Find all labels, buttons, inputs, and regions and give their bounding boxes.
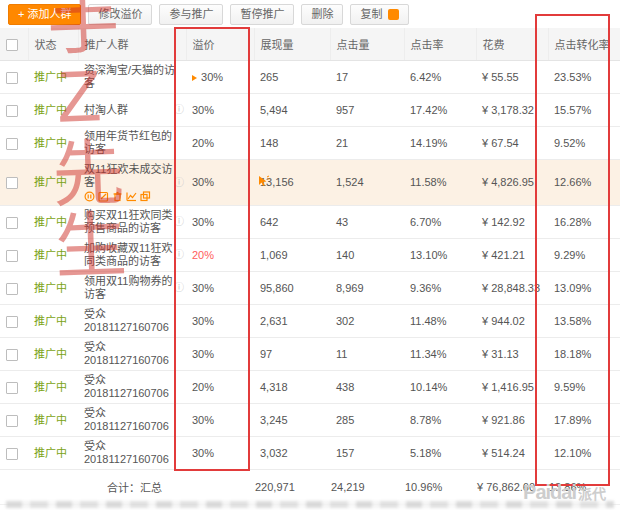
col-ctr: 点击率 [404,28,476,61]
clicks-value: 8,969 [330,272,404,305]
ctr-value: 10.14% [404,371,476,404]
premium-value[interactable]: 30% [192,348,214,360]
cost-value: ¥ 921.86 [476,404,548,437]
crowd-name: 村淘人群 [84,104,128,116]
table-row: 推广中 受众20181127160706 30% 3,032 157 5.18%… [0,437,620,470]
table-row: 推广中 受众20181127160706 30% 3,245 285 8.78%… [0,404,620,437]
premium-value[interactable]: 20% [192,249,214,261]
row-checkbox[interactable] [6,448,18,460]
info-icon[interactable]: ⓘ [174,178,184,188]
crowd-name: 受众20181127160706 [84,440,169,465]
info-icon[interactable]: ⓘ [174,250,184,260]
modify-premium-button[interactable]: 修改溢价 [88,4,152,25]
premium-value[interactable]: 30% [192,414,214,426]
ctr-value: 11.34% [404,338,476,371]
copy-button[interactable]: 复制 [350,4,409,25]
status-badge: 推广中 [34,315,67,327]
cost-value: ¥ 944.02 [476,305,548,338]
cvr-value: 23.53% [548,61,620,94]
info-icon[interactable]: ⓘ [174,283,184,293]
table-row: 推广中 购买双11狂欢同类预售商品的访客 ⓘ 30% 642 43 6.70% … [0,206,620,239]
impressions-value: 3,245 [254,404,330,437]
row-checkbox[interactable] [6,316,18,328]
premium-value[interactable]: 30% [192,315,214,327]
cost-value: ¥ 3,178.32 [476,94,548,127]
cvr-value: 13.09% [548,272,620,305]
status-badge: 推广中 [34,104,67,116]
cvr-value: 17.89% [548,404,620,437]
impressions-value: 1,069 [254,239,330,272]
premium-value[interactable]: 30% [192,104,214,116]
clicks-value: 438 [330,371,404,404]
row-checkbox[interactable] [6,283,18,295]
delete-icon[interactable] [112,191,123,202]
row-checkbox[interactable] [6,415,18,427]
ctr-value: 14.19% [404,127,476,160]
delete-button[interactable]: 删除 [301,4,343,25]
col-clicks: 点击量 [330,28,404,61]
table-header-row: 状态 推广人群 溢价 展现量 点击量 点击率 花费 点击转化率 [0,28,620,61]
row-checkbox[interactable] [6,217,18,229]
edit-icon[interactable] [98,191,109,202]
cvr-value: 16.28% [548,206,620,239]
premium-value[interactable]: 30% [192,176,214,188]
cvr-value: 9.59% [548,371,620,404]
select-all-checkbox[interactable] [6,39,18,51]
cvr-value: 13.58% [548,305,620,338]
premium-value[interactable]: 30% [192,216,214,228]
impressions-value: 265 [254,61,330,94]
ctr-value: 9.36% [404,272,476,305]
row-checkbox[interactable] [6,250,18,262]
premium-value[interactable]: 30% [201,71,223,83]
ctr-value: 8.78% [404,404,476,437]
table-body: 推广中 资深淘宝/天猫的访客 30% 265 17 6.42% ¥ 55.55 … [0,61,620,470]
crowd-name: 加购收藏双11狂欢同类商品的访客 [84,242,172,267]
clicks-value: 1,524 [330,160,404,206]
pause-promotion-button[interactable]: 暂停推广 [230,4,294,25]
pause-icon[interactable] [84,191,95,202]
cursor-icon [257,175,270,191]
impressions-value: 642 [254,206,330,239]
add-crowd-button[interactable]: + 添加人群 [8,4,81,25]
premium-value[interactable]: 30% [192,447,214,459]
table-row: 推广中 加购收藏双11狂欢同类商品的访客 ⓘ 20% 1,069 140 13.… [0,239,620,272]
impressions-value: 2,631 [254,305,330,338]
chart-icon[interactable] [126,191,137,202]
crowd-name: 领用双11购物券的访客 [84,275,172,300]
ctr-value: 5.18% [404,437,476,470]
row-action-icons [84,191,180,202]
info-icon[interactable]: ⓘ [174,217,184,227]
impressions-value: 3,032 [254,437,330,470]
clicks-value: 157 [330,437,404,470]
table-row: 推广中 受众20181127160706 30% 2,631 302 11.48… [0,305,620,338]
row-checkbox[interactable] [6,382,18,394]
cost-value: ¥ 31.13 [476,338,548,371]
row-checkbox[interactable] [6,349,18,361]
toolbar: + 添加人群 修改溢价 参与推广 暂停推广 删除 复制 [0,0,620,28]
row-checkbox[interactable] [6,105,18,117]
clicks-value: 285 [330,404,404,437]
table-row: 推广中 村淘人群 ⓘ 30% 5,494 957 17.42% ¥ 3,178.… [0,94,620,127]
row-checkbox[interactable] [6,177,18,189]
premium-flag-icon [192,75,197,81]
ctr-value: 11.58% [404,160,476,206]
crowd-table: 状态 推广人群 溢价 展现量 点击量 点击率 花费 点击转化率 推广中 资深淘宝… [0,28,620,505]
table-row: 推广中 受众20181127160706 20% 4,318 438 10.14… [0,371,620,404]
status-badge: 推广中 [34,282,67,294]
row-checkbox[interactable] [6,138,18,150]
join-promotion-button[interactable]: 参与推广 [159,4,223,25]
cost-value: ¥ 421.21 [476,239,548,272]
copy-icon[interactable] [140,191,151,202]
clicks-value: 21 [330,127,404,160]
cost-value: ¥ 142.92 [476,206,548,239]
impressions-value: 5,494 [254,94,330,127]
row-checkbox[interactable] [6,72,18,84]
premium-value[interactable]: 20% [192,137,214,149]
total-clicks: 24,219 [330,470,404,505]
clicks-value: 302 [330,305,404,338]
premium-value[interactable]: 20% [192,381,214,393]
cost-value: ¥ 4,826.95 [476,160,548,206]
premium-value[interactable]: 30% [192,282,214,294]
info-icon[interactable]: ⓘ [174,105,184,115]
status-badge: 推广中 [34,348,67,360]
